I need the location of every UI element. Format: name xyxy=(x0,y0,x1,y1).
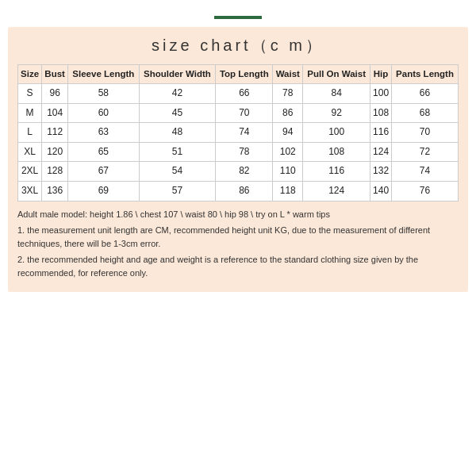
cell-r5-c0: 3XL xyxy=(18,181,42,201)
note-2: 2. the recommended height and age and we… xyxy=(17,253,459,279)
cell-r3-c0: XL xyxy=(18,142,42,162)
cell-r0-c8: 66 xyxy=(392,83,459,103)
cell-r4-c1: 128 xyxy=(42,162,68,182)
table-row: XL12065517810210812472 xyxy=(18,142,459,162)
col-header-4: Top Length xyxy=(216,65,273,84)
cell-r5-c7: 140 xyxy=(370,181,392,201)
cell-r5-c8: 76 xyxy=(392,181,459,201)
cell-r0-c6: 84 xyxy=(303,83,370,103)
cell-r2-c4: 74 xyxy=(216,123,273,143)
cell-r4-c7: 132 xyxy=(370,162,392,182)
col-header-5: Waist xyxy=(273,65,303,84)
col-header-2: Sleeve Length xyxy=(68,65,139,84)
cell-r4-c0: 2XL xyxy=(18,162,42,182)
cell-r4-c3: 54 xyxy=(139,162,216,182)
col-header-7: Hip xyxy=(370,65,392,84)
cell-r0-c7: 100 xyxy=(370,83,392,103)
cell-r5-c1: 136 xyxy=(42,181,68,201)
cell-r3-c6: 108 xyxy=(303,142,370,162)
cell-r0-c4: 66 xyxy=(216,83,273,103)
cell-r2-c1: 112 xyxy=(42,123,68,143)
table-row: 3XL13669578611812414076 xyxy=(18,181,459,201)
cell-r3-c7: 124 xyxy=(370,142,392,162)
table-header-row: SizeBustSleeve LengthShoulder WidthTop L… xyxy=(18,65,459,84)
cell-r2-c3: 48 xyxy=(139,123,216,143)
col-header-0: Size xyxy=(18,65,42,84)
cell-r4-c2: 67 xyxy=(68,162,139,182)
cell-r1-c2: 60 xyxy=(68,103,139,123)
cell-r4-c5: 110 xyxy=(273,162,303,182)
table-row: 2XL12867548211011613274 xyxy=(18,162,459,182)
cell-r2-c7: 116 xyxy=(370,123,392,143)
cell-r3-c2: 65 xyxy=(68,142,139,162)
cell-r2-c2: 63 xyxy=(68,123,139,143)
chart-title: size chart（c m） xyxy=(17,35,459,56)
cell-r2-c5: 94 xyxy=(273,123,303,143)
size-table: SizeBustSleeve LengthShoulder WidthTop L… xyxy=(17,64,459,202)
cell-r4-c8: 74 xyxy=(392,162,459,182)
cell-r0-c2: 58 xyxy=(68,83,139,103)
cell-r5-c4: 86 xyxy=(216,181,273,201)
cell-r0-c3: 42 xyxy=(139,83,216,103)
cell-r3-c5: 102 xyxy=(273,142,303,162)
cell-r0-c5: 78 xyxy=(273,83,303,103)
cell-r1-c3: 45 xyxy=(139,103,216,123)
cell-r1-c4: 70 xyxy=(216,103,273,123)
table-row: M104604570869210868 xyxy=(18,103,459,123)
table-row: S96584266788410066 xyxy=(18,83,459,103)
cell-r5-c2: 69 xyxy=(68,181,139,201)
col-header-3: Shoulder Width xyxy=(139,65,216,84)
col-header-1: Bust xyxy=(42,65,68,84)
cell-r0-c0: S xyxy=(18,83,42,103)
cell-r3-c4: 78 xyxy=(216,142,273,162)
cell-r5-c6: 124 xyxy=(303,181,370,201)
cell-r3-c1: 120 xyxy=(42,142,68,162)
cell-r1-c6: 92 xyxy=(303,103,370,123)
cell-r1-c5: 86 xyxy=(273,103,303,123)
cell-r5-c5: 118 xyxy=(273,181,303,201)
cell-r4-c4: 82 xyxy=(216,162,273,182)
notes-section: Adult male model: height 1.86 \ chest 10… xyxy=(17,208,459,280)
cell-r1-c1: 104 xyxy=(42,103,68,123)
cell-r1-c8: 68 xyxy=(392,103,459,123)
col-header-6: Pull On Waist xyxy=(303,65,370,84)
model-note: Adult male model: height 1.86 \ chest 10… xyxy=(17,208,459,221)
cell-r4-c6: 116 xyxy=(303,162,370,182)
cell-r3-c8: 72 xyxy=(392,142,459,162)
table-row: L1126348749410011670 xyxy=(18,123,459,143)
col-header-8: Pants Length xyxy=(392,65,459,84)
cell-r1-c7: 108 xyxy=(370,103,392,123)
cell-r5-c3: 57 xyxy=(139,181,216,201)
cell-r2-c0: L xyxy=(18,123,42,143)
cell-r0-c1: 96 xyxy=(42,83,68,103)
cell-r3-c3: 51 xyxy=(139,142,216,162)
note-1: 1. the measurement unit length are CM, r… xyxy=(17,224,459,250)
cell-r2-c8: 70 xyxy=(392,123,459,143)
top-bar xyxy=(214,16,262,19)
chart-container: size chart（c m） SizeBustSleeve LengthSho… xyxy=(8,27,468,292)
cell-r2-c6: 100 xyxy=(303,123,370,143)
cell-r1-c0: M xyxy=(18,103,42,123)
